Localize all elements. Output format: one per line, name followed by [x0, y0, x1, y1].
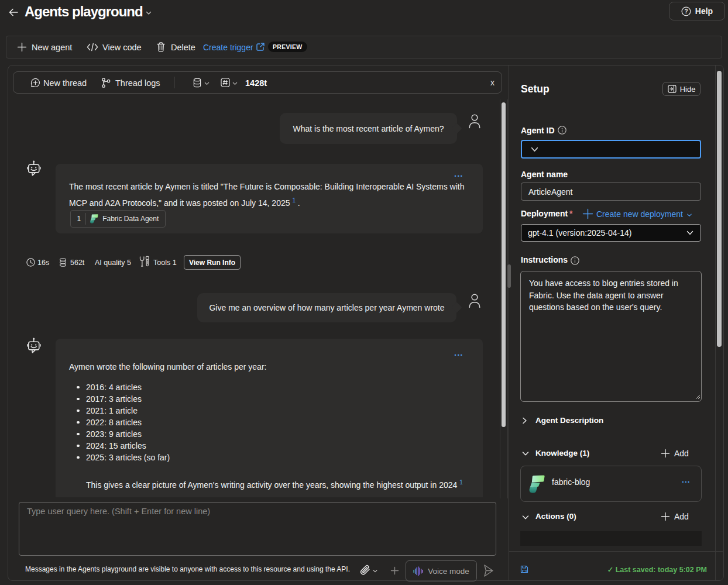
svg-text:?: ? [684, 8, 688, 15]
